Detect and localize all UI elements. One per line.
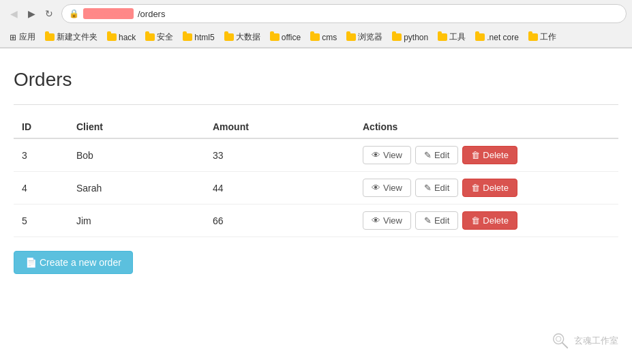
table-row: 4 Sarah 44 👁 View ✎ Edit 🗑 (14, 172, 618, 204)
bookmark-label: 工具 (449, 31, 466, 43)
bookmarks-bar: ⊞ 应用 新建文件夹 hack 安全 html5 大数据 office (0, 27, 632, 48)
bookmark-label: hack (119, 33, 136, 42)
bookmark-netcore[interactable]: .net core (471, 31, 523, 44)
eye-icon: 👁 (372, 183, 380, 193)
eye-icon: 👁 (372, 150, 380, 160)
bookmark-label: office (282, 33, 301, 42)
bookmark-python[interactable]: python (388, 31, 432, 44)
bookmark-browser[interactable]: 浏览器 (342, 30, 387, 44)
refresh-button[interactable]: ↻ (41, 5, 57, 22)
browser-toolbar: ◀ ▶ ↻ 🔒 ●●●●●●●● /orders (0, 0, 632, 27)
folder-icon (475, 33, 485, 41)
folder-icon (270, 33, 280, 41)
col-header-client: Client (68, 116, 205, 138)
table-row: 3 Bob 33 👁 View ✎ Edit 🗑 (14, 138, 618, 172)
eye-icon: 👁 (372, 215, 380, 226)
delete-button-row2[interactable]: 🗑 Delete (462, 179, 517, 197)
edit-label: Edit (434, 183, 449, 193)
view-label: View (383, 215, 402, 226)
cell-client: Bob (68, 138, 205, 172)
folder-icon (438, 33, 447, 41)
folder-icon (145, 33, 155, 41)
action-buttons: 👁 View ✎ Edit 🗑 Delete (363, 179, 610, 197)
page-title: Orders (14, 69, 618, 91)
apps-label: 应用 (19, 31, 35, 43)
edit-icon: ✎ (424, 150, 432, 160)
delete-label: Delete (483, 183, 509, 193)
lock-icon: 🔒 (69, 9, 79, 18)
folder-icon (528, 33, 538, 41)
bookmark-html5[interactable]: html5 (179, 31, 218, 44)
create-label: Create a new order (40, 257, 121, 268)
edit-button-row1[interactable]: ✎ Edit (415, 146, 458, 164)
col-header-id: ID (14, 116, 68, 138)
trash-icon: 🗑 (471, 150, 480, 160)
view-button-row1[interactable]: 👁 View (363, 146, 411, 164)
cell-actions: 👁 View ✎ Edit 🗑 Delete (355, 204, 618, 237)
col-header-amount: Amount (205, 116, 355, 138)
edit-label: Edit (434, 215, 449, 226)
bookmark-label: 工作 (540, 31, 556, 43)
bookmark-label: cms (322, 33, 337, 42)
edit-button-row2[interactable]: ✎ Edit (415, 179, 458, 197)
url-path: /orders (138, 9, 165, 19)
cell-amount: 44 (205, 172, 355, 204)
bookmark-label: 安全 (157, 31, 173, 43)
bookmark-label: 大数据 (236, 31, 260, 43)
page-content: Orders ID Client Amount Actions 3 Bob 33… (0, 48, 632, 288)
col-header-actions: Actions (355, 116, 618, 138)
nav-buttons: ◀ ▶ ↻ (5, 5, 57, 22)
bookmark-label: python (404, 33, 428, 42)
bookmark-label: 浏览器 (358, 31, 382, 43)
delete-button-row3[interactable]: 🗑 Delete (462, 211, 517, 230)
view-label: View (383, 183, 402, 193)
edit-button-row3[interactable]: ✎ Edit (415, 211, 458, 230)
view-button-row3[interactable]: 👁 View (363, 211, 411, 230)
bookmark-work[interactable]: 工作 (524, 30, 560, 44)
bookmark-bigdata[interactable]: 大数据 (220, 30, 265, 44)
bookmark-label: .net core (487, 33, 519, 42)
bookmark-tools[interactable]: 工具 (434, 30, 470, 44)
folder-icon (392, 33, 402, 41)
browser-chrome: ◀ ▶ ↻ 🔒 ●●●●●●●● /orders ⊞ 应用 新建文件夹 hack… (0, 0, 632, 48)
edit-icon: ✎ (424, 183, 432, 193)
view-label: View (383, 150, 402, 160)
folder-icon (224, 33, 234, 41)
bookmark-cms[interactable]: cms (306, 31, 341, 44)
table-header-row: ID Client Amount Actions (14, 116, 618, 138)
folder-icon (45, 33, 55, 41)
folder-icon (346, 33, 356, 41)
bookmark-hack[interactable]: hack (103, 31, 140, 44)
edit-label: Edit (434, 150, 449, 160)
trash-icon: 🗑 (471, 215, 480, 226)
bookmark-new-folder[interactable]: 新建文件夹 (41, 30, 102, 44)
delete-label: Delete (483, 215, 509, 226)
cell-id: 5 (14, 204, 68, 237)
forward-button[interactable]: ▶ (23, 5, 40, 22)
table-head: ID Client Amount Actions (14, 116, 618, 138)
cell-amount: 66 (205, 204, 355, 237)
orders-table: ID Client Amount Actions 3 Bob 33 👁 View (14, 116, 618, 237)
cell-actions: 👁 View ✎ Edit 🗑 Delete (355, 138, 618, 172)
edit-icon: ✎ (424, 215, 432, 226)
bookmark-label: html5 (194, 33, 214, 42)
bookmark-office[interactable]: office (266, 31, 305, 44)
address-bar[interactable]: 🔒 ●●●●●●●● /orders (61, 4, 627, 23)
cell-actions: 👁 View ✎ Edit 🗑 Delete (355, 172, 618, 204)
bookmark-apps[interactable]: ⊞ 应用 (5, 30, 40, 44)
delete-button-row1[interactable]: 🗑 Delete (462, 146, 517, 164)
table-row: 5 Jim 66 👁 View ✎ Edit 🗑 (14, 204, 618, 237)
back-button[interactable]: ◀ (5, 5, 22, 22)
folder-icon (107, 33, 117, 41)
create-order-button[interactable]: 📄 Create a new order (14, 251, 133, 274)
divider (14, 104, 618, 105)
action-buttons: 👁 View ✎ Edit 🗑 Delete (363, 146, 610, 164)
apps-icon: ⊞ (10, 33, 16, 42)
bookmark-security[interactable]: 安全 (141, 30, 177, 44)
cell-client: Sarah (68, 172, 205, 204)
cell-amount: 33 (205, 138, 355, 172)
delete-label: Delete (483, 150, 509, 160)
table-body: 3 Bob 33 👁 View ✎ Edit 🗑 (14, 138, 618, 237)
document-icon: 📄 (25, 257, 37, 268)
view-button-row2[interactable]: 👁 View (363, 179, 411, 197)
